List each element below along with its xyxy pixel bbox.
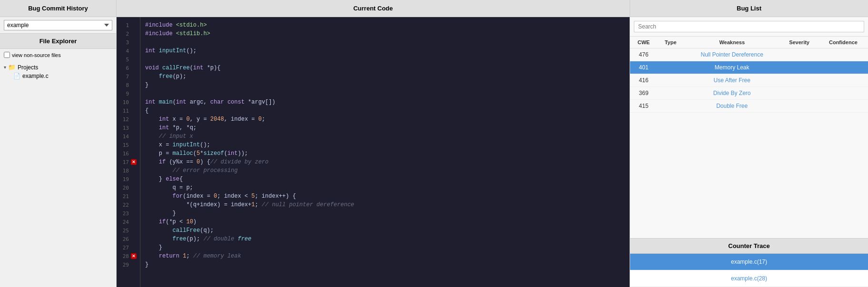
code-line: free(p); // double free: [145, 235, 625, 243]
gutter-line: 3: [117, 38, 140, 47]
code-line: callFree(q);: [145, 226, 625, 235]
gutter-line: 10: [117, 98, 140, 106]
table-cell: Double Free: [684, 100, 780, 113]
line-number: 15: [118, 142, 129, 148]
table-row[interactable]: 401Memory Leak: [630, 61, 868, 74]
line-number: 16: [118, 151, 129, 157]
line-number: 14: [118, 134, 129, 140]
gutter-line: 21: [117, 192, 140, 201]
table-cell: [780, 87, 819, 100]
line-number: 18: [118, 168, 129, 174]
gutter-line: 20: [117, 183, 140, 192]
code-line: if (y%x == 0) {// divide by zero: [145, 158, 625, 166]
table-cell: [657, 87, 684, 100]
counter-trace-section: Counter Trace example.c(17)example.c(28): [630, 238, 868, 287]
table-cell: [819, 100, 868, 113]
line-number: 20: [118, 185, 129, 191]
gutter-line: 13: [117, 124, 140, 132]
line-number: 22: [118, 202, 129, 208]
gutter-line: 11: [117, 106, 140, 115]
gutter-line: 27: [117, 243, 140, 252]
line-number: 27: [118, 245, 129, 251]
bug-table-col-header: Severity: [780, 37, 819, 48]
table-cell: 369: [630, 87, 657, 100]
line-number: 26: [118, 236, 129, 242]
gutter-line: 6: [117, 64, 140, 72]
code-line: for(index = 0; index < 5; index++) {: [145, 192, 625, 201]
line-number: 17: [118, 159, 129, 165]
search-input[interactable]: [634, 21, 864, 32]
trace-item[interactable]: example.c(17): [630, 254, 868, 270]
left-panel: Bug Commit History example File Explorer…: [0, 0, 117, 287]
line-number: 10: [118, 99, 129, 105]
table-cell: [657, 74, 684, 87]
error-marker: ✕: [131, 159, 137, 165]
table-row[interactable]: 476Null Pointer Dereference: [630, 48, 868, 61]
example-dropdown[interactable]: example: [4, 20, 112, 30]
line-number: 29: [118, 262, 129, 268]
table-cell: Memory Leak: [684, 61, 780, 74]
table-row[interactable]: 415Double Free: [630, 100, 868, 113]
bug-commit-history-title: Bug Commit History: [0, 0, 116, 17]
line-number: 4: [118, 48, 129, 54]
gutter-line: 29: [117, 260, 140, 269]
bug-table-header: CWETypeWeaknessSeverityConfidence: [630, 37, 868, 48]
line-number: 19: [118, 176, 129, 182]
table-cell: [819, 61, 868, 74]
bug-table-col-header: Type: [657, 37, 684, 48]
line-number: 28: [118, 253, 129, 259]
line-number: 9: [118, 91, 129, 97]
table-cell: [780, 100, 819, 113]
table-cell: [780, 48, 819, 61]
code-line: [145, 38, 625, 47]
gutter-line: 19: [117, 175, 140, 183]
code-line: int x = 0, y = 2048, index = 0;: [145, 115, 625, 124]
code-line: // error processing: [145, 166, 625, 175]
code-line: }: [145, 81, 625, 89]
table-row[interactable]: 369Divide By Zero: [630, 87, 868, 100]
gutter-line: 15: [117, 141, 140, 149]
code-line: free(p);: [145, 72, 625, 81]
gutter-line: 7: [117, 72, 140, 81]
center-panel: Current Code 1234567891011121314151617✕1…: [117, 0, 630, 287]
file-icon: 📄: [13, 73, 20, 79]
code-content: #include <stdio.h>#include <stdlib.h> in…: [140, 17, 630, 287]
table-cell: 401: [630, 61, 657, 74]
projects-folder-icon: 📁: [8, 64, 16, 71]
line-number: 5: [118, 57, 129, 63]
line-number: 1: [118, 22, 129, 29]
code-line: // input x: [145, 132, 625, 141]
line-number: 24: [118, 219, 129, 225]
file-label: example.c: [22, 73, 49, 79]
table-cell: [657, 48, 684, 61]
bug-table-wrapper: CWETypeWeaknessSeverityConfidence 476Nul…: [630, 37, 868, 238]
code-area[interactable]: 1234567891011121314151617✕18192021222324…: [117, 17, 630, 287]
line-number: 13: [118, 125, 129, 131]
table-cell: [819, 48, 868, 61]
file-item-example-c[interactable]: 📄 example.c: [4, 72, 112, 80]
line-number: 11: [118, 108, 129, 114]
gutter-line: 5: [117, 55, 140, 64]
code-line: #include <stdlib.h>: [145, 29, 625, 38]
code-line: int inputInt();: [145, 47, 625, 55]
table-row[interactable]: 416Use After Free: [630, 74, 868, 87]
view-non-source-checkbox[interactable]: [4, 52, 10, 58]
bug-table-col-header: Weakness: [684, 37, 780, 48]
projects-row[interactable]: ▾ 📁 Projects: [4, 63, 112, 72]
code-line: }: [145, 209, 625, 218]
line-number: 25: [118, 228, 129, 234]
current-code-title: Current Code: [117, 0, 630, 17]
table-cell: [819, 74, 868, 87]
trace-item[interactable]: example.c(28): [630, 270, 868, 287]
code-line: q = p;: [145, 183, 625, 192]
line-number: 2: [118, 31, 129, 37]
gutter-line: 12: [117, 115, 140, 124]
gutter-line: 25: [117, 226, 140, 235]
projects-toggle[interactable]: ▾: [4, 65, 6, 70]
table-cell: [657, 100, 684, 113]
line-number: 21: [118, 193, 129, 200]
gutter-line: 23: [117, 209, 140, 218]
table-cell: 476: [630, 48, 657, 61]
line-number: 12: [118, 116, 129, 123]
gutter-line: 16: [117, 149, 140, 158]
